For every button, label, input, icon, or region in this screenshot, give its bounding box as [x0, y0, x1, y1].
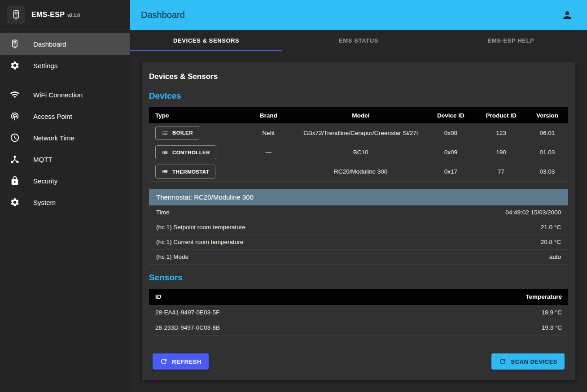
device-row-controller: CONTROLLER — BC10 0x09 190 01.03 [149, 143, 568, 162]
account-button[interactable] [558, 6, 576, 24]
column-header-device-id: Device ID [425, 107, 476, 123]
device-version: 06.01 [526, 123, 568, 143]
sensors-table-header: ID Temperature [149, 289, 568, 305]
gear-icon [10, 61, 20, 70]
device-type-label: BOILER [172, 130, 193, 135]
card-title: Devices & Sensors [149, 72, 568, 81]
column-header-temperature: Temperature [442, 289, 568, 305]
list-icon [162, 168, 168, 175]
app-header: EMS-ESP v2.1.0 [0, 0, 130, 30]
sensor-temperature: 19.3 °C [442, 320, 568, 335]
sidebar-item-dashboard[interactable]: Dashboard [0, 33, 130, 55]
detail-value: 21.0 °C [541, 224, 561, 231]
device-type-button-boiler[interactable]: BOILER [155, 126, 199, 140]
sensor-id: 28-233D-9497-0C03-8B [149, 320, 442, 335]
sidebar-item-network-time[interactable]: Network Time [0, 127, 130, 148]
device-row-boiler: BOILER Nefit GBx72/Trendline/Cerapur/Gre… [149, 123, 568, 143]
sidebar-item-wifi-connection[interactable]: WiFi Connection [0, 84, 130, 105]
sidebar-item-label: Dashboard [33, 40, 66, 48]
column-header-product-id: Product ID [476, 107, 526, 123]
ems-esp-logo-icon [11, 9, 22, 20]
refresh-button-label: REFRESH [172, 358, 202, 365]
app-logo [7, 6, 25, 24]
device-model: GBx72/Trendline/Cerapur/Greenstar Si/27i [296, 123, 426, 143]
sidebar-item-settings[interactable]: Settings [0, 55, 130, 76]
app-version: v2.1.0 [67, 13, 80, 18]
app-title: EMS-ESP v2.1.0 [31, 11, 80, 19]
tab-bar: DEVICES & SENSORS EMS STATUS EMS-ESP HEL… [130, 30, 587, 51]
device-version: 03.03 [526, 162, 568, 181]
device-type-button-thermostat[interactable]: THERMOSTAT [155, 165, 215, 179]
column-header-version: Version [526, 107, 568, 123]
sensors-heading: Sensors [149, 273, 568, 283]
app-name: EMS-ESP [31, 11, 65, 19]
thermostat-detail-list: Time 04:49:02 15/03/2000 (hc 1) Setpoint… [149, 205, 568, 265]
device-id: 0x17 [425, 162, 476, 181]
device-row-thermostat: THERMOSTAT — RC20/Moduline 300 0x17 77 0… [149, 162, 568, 181]
detail-label: (hc 1) Mode [156, 253, 188, 260]
sidebar-nav: Dashboard Settings WiFi Connection Acces… [0, 30, 130, 213]
sidebar-item-label: WiFi Connection [33, 91, 83, 99]
sensor-id: 28-EA41-9497-0E03-5F [149, 305, 442, 320]
wifi-icon [10, 90, 20, 100]
tab-ems-status[interactable]: EMS STATUS [282, 30, 434, 51]
device-brand: Nefit [241, 123, 295, 143]
sidebar-item-access-point[interactable]: Access Point [0, 105, 130, 127]
device-model: BC10 [296, 143, 426, 162]
column-header-type: Type [149, 107, 241, 123]
detail-label: (hc 1) Current room temperature [156, 239, 243, 245]
thermostat-detail-header: Thermostat: RC20/Moduline 300 [149, 189, 568, 205]
device-brand: — [241, 143, 295, 162]
sidebar-item-security[interactable]: Security [0, 170, 130, 192]
sidebar-item-label: System [33, 199, 56, 206]
detail-value: 20.8 °C [541, 239, 561, 245]
dashboard-icon [10, 39, 20, 49]
content-card: Devices & Sensors Devices Type Brand Mod… [142, 62, 575, 380]
column-header-brand: Brand [241, 107, 295, 123]
gear-icon [10, 197, 20, 207]
sidebar-item-label: MQTT [33, 156, 53, 163]
antenna-icon [10, 111, 20, 121]
device-id: 0x09 [425, 143, 476, 162]
list-icon [162, 149, 168, 156]
sidebar-item-system[interactable]: System [0, 192, 130, 213]
sensor-row: 28-233D-9497-0C03-8B 19.3 °C [149, 320, 568, 335]
content-area: Devices & Sensors Devices Type Brand Mod… [130, 51, 587, 392]
action-bar: REFRESH SCAN DEVICES [149, 342, 568, 370]
column-header-id: ID [149, 289, 442, 305]
tab-devices-sensors[interactable]: DEVICES & SENSORS [130, 30, 282, 51]
detail-value: 04:49:02 15/03/2000 [505, 209, 561, 216]
refresh-icon [499, 357, 507, 366]
column-header-model: Model [296, 107, 426, 123]
sidebar-item-label: Settings [33, 62, 57, 70]
devices-heading: Devices [149, 91, 568, 101]
device-brand: — [241, 162, 295, 181]
sidebar-divider [0, 80, 130, 80]
list-icon [162, 130, 168, 136]
scan-devices-button-label: SCAN DEVICES [511, 358, 557, 365]
detail-label: (hc 1) Setpoint room temperature [156, 224, 245, 231]
scan-devices-button[interactable]: SCAN DEVICES [491, 353, 565, 370]
sensors-table: ID Temperature 28-EA41-9497-0E03-5F 18.9… [149, 289, 568, 336]
device-hub-icon [10, 154, 20, 164]
tab-ems-esp-help[interactable]: EMS-ESP HELP [435, 30, 587, 51]
refresh-icon [160, 357, 168, 366]
detail-row-mode: (hc 1) Mode auto [149, 250, 568, 265]
app-bar: Dashboard [130, 0, 587, 30]
device-type-label: CONTROLLER [172, 150, 210, 155]
device-type-button-controller[interactable]: CONTROLLER [155, 145, 216, 159]
device-type-label: THERMOSTAT [172, 169, 209, 174]
sensor-row: 28-EA41-9497-0E03-5F 18.9 °C [149, 305, 568, 320]
product-id: 123 [476, 123, 526, 143]
sidebar-item-mqtt[interactable]: MQTT [0, 148, 130, 170]
refresh-button[interactable]: REFRESH [153, 353, 209, 370]
detail-row-time: Time 04:49:02 15/03/2000 [149, 205, 568, 220]
product-id: 190 [476, 143, 526, 162]
sensor-temperature: 18.9 °C [442, 305, 568, 320]
sidebar-item-label: Network Time [33, 134, 74, 142]
device-model: RC20/Moduline 300 [296, 162, 426, 181]
page-title: Dashboard [141, 10, 185, 20]
sidebar-item-label: Access Point [33, 113, 72, 120]
sidebar: EMS-ESP v2.1.0 Dashboard Settings WiFi C… [0, 0, 130, 392]
detail-value: auto [549, 253, 561, 260]
